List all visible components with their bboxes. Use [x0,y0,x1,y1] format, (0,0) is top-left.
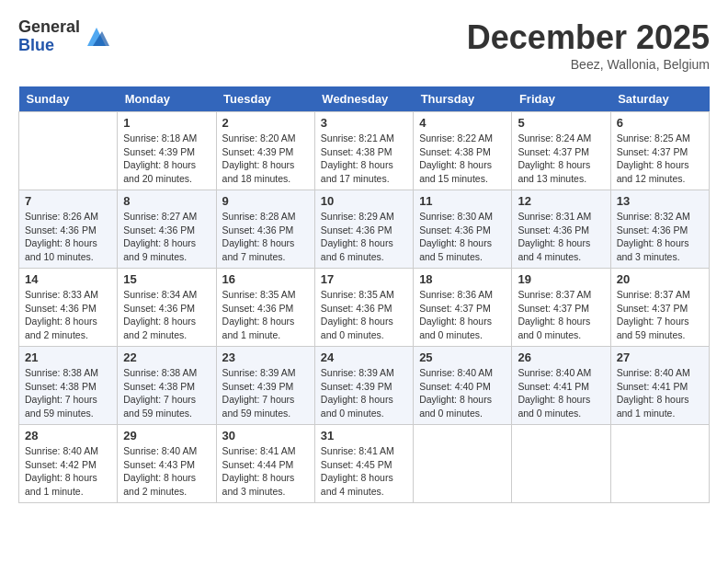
calendar-cell: 3Sunrise: 8:21 AMSunset: 4:38 PMDaylight… [314,112,413,190]
calendar-cell: 23Sunrise: 8:39 AMSunset: 4:39 PMDayligh… [216,347,314,425]
calendar-cell: 25Sunrise: 8:40 AMSunset: 4:40 PMDayligh… [414,347,512,425]
day-number: 12 [518,194,604,208]
day-info: Sunrise: 8:36 AMSunset: 4:37 PMDaylight:… [419,288,506,342]
calendar-cell: 2Sunrise: 8:20 AMSunset: 4:39 PMDaylight… [216,112,314,190]
day-number: 16 [222,272,309,286]
day-number: 26 [518,350,604,364]
day-info: Sunrise: 8:40 AMSunset: 4:41 PMDaylight:… [617,366,703,420]
day-number: 17 [321,272,407,286]
month-title: December 2025 [467,18,710,57]
calendar-cell: 13Sunrise: 8:32 AMSunset: 4:36 PMDayligh… [610,190,709,269]
calendar-week-row: 21Sunrise: 8:38 AMSunset: 4:38 PMDayligh… [19,347,710,425]
location-subtitle: Beez, Wallonia, Belgium [467,57,710,72]
calendar-day-header: Wednesday [314,86,413,112]
day-info: Sunrise: 8:37 AMSunset: 4:37 PMDaylight:… [518,288,604,342]
calendar-cell [19,112,118,190]
day-info: Sunrise: 8:40 AMSunset: 4:43 PMDaylight:… [123,444,210,499]
calendar-header-row: SundayMondayTuesdayWednesdayThursdayFrid… [19,86,710,112]
day-info: Sunrise: 8:25 AMSunset: 4:37 PMDaylight:… [617,132,703,186]
day-number: 24 [321,350,407,364]
calendar-cell: 16Sunrise: 8:35 AMSunset: 4:36 PMDayligh… [216,269,314,347]
day-info: Sunrise: 8:27 AMSunset: 4:36 PMDaylight:… [123,210,210,264]
logo-general: General [18,18,80,37]
calendar-table: SundayMondayTuesdayWednesdayThursdayFrid… [18,86,710,503]
logo-icon [84,24,109,50]
calendar-cell: 29Sunrise: 8:40 AMSunset: 4:43 PMDayligh… [118,425,216,503]
day-number: 29 [123,429,210,442]
logo-blue: Blue [18,37,80,55]
day-number: 20 [617,272,703,286]
day-info: Sunrise: 8:39 AMSunset: 4:39 PMDaylight:… [321,366,407,420]
day-number: 1 [123,116,210,130]
day-info: Sunrise: 8:39 AMSunset: 4:39 PMDaylight:… [222,366,309,420]
calendar-cell: 12Sunrise: 8:31 AMSunset: 4:36 PMDayligh… [512,190,610,269]
day-info: Sunrise: 8:38 AMSunset: 4:38 PMDaylight:… [25,366,111,420]
calendar-cell: 21Sunrise: 8:38 AMSunset: 4:38 PMDayligh… [19,347,118,425]
day-number: 21 [25,350,111,364]
day-number: 13 [617,194,703,208]
day-number: 6 [617,116,703,130]
calendar-cell: 24Sunrise: 8:39 AMSunset: 4:39 PMDayligh… [314,347,413,425]
page-header: General Blue December 2025 Beez, Walloni… [18,18,710,72]
calendar-cell: 7Sunrise: 8:26 AMSunset: 4:36 PMDaylight… [19,190,118,269]
day-number: 15 [123,272,210,286]
day-info: Sunrise: 8:40 AMSunset: 4:42 PMDaylight:… [25,444,111,499]
calendar-cell: 22Sunrise: 8:38 AMSunset: 4:38 PMDayligh… [118,347,216,425]
calendar-cell: 19Sunrise: 8:37 AMSunset: 4:37 PMDayligh… [512,269,610,347]
day-info: Sunrise: 8:31 AMSunset: 4:36 PMDaylight:… [518,210,604,264]
day-info: Sunrise: 8:20 AMSunset: 4:39 PMDaylight:… [222,132,309,186]
calendar-cell: 5Sunrise: 8:24 AMSunset: 4:37 PMDaylight… [512,112,610,190]
day-info: Sunrise: 8:18 AMSunset: 4:39 PMDaylight:… [123,132,210,186]
day-number: 4 [419,116,506,130]
day-number: 23 [222,350,309,364]
day-number: 7 [25,194,111,208]
calendar-cell: 26Sunrise: 8:40 AMSunset: 4:41 PMDayligh… [512,347,610,425]
calendar-cell: 30Sunrise: 8:41 AMSunset: 4:44 PMDayligh… [216,425,314,503]
day-info: Sunrise: 8:29 AMSunset: 4:36 PMDaylight:… [321,210,407,264]
calendar-day-header: Tuesday [216,86,314,112]
day-number: 2 [222,116,309,130]
calendar-cell: 20Sunrise: 8:37 AMSunset: 4:37 PMDayligh… [610,269,709,347]
calendar-week-row: 7Sunrise: 8:26 AMSunset: 4:36 PMDaylight… [19,190,710,269]
day-info: Sunrise: 8:22 AMSunset: 4:38 PMDaylight:… [419,132,506,186]
calendar-day-header: Saturday [610,86,709,112]
day-number: 10 [321,194,407,208]
day-info: Sunrise: 8:26 AMSunset: 4:36 PMDaylight:… [25,210,111,264]
day-info: Sunrise: 8:28 AMSunset: 4:36 PMDaylight:… [222,210,309,264]
calendar-cell: 4Sunrise: 8:22 AMSunset: 4:38 PMDaylight… [414,112,512,190]
day-number: 5 [518,116,604,130]
day-number: 25 [419,350,506,364]
day-info: Sunrise: 8:24 AMSunset: 4:37 PMDaylight:… [518,132,604,186]
calendar-cell: 28Sunrise: 8:40 AMSunset: 4:42 PMDayligh… [19,425,118,503]
day-info: Sunrise: 8:30 AMSunset: 4:36 PMDaylight:… [419,210,506,264]
calendar-week-row: 28Sunrise: 8:40 AMSunset: 4:42 PMDayligh… [19,425,710,503]
calendar-cell: 17Sunrise: 8:35 AMSunset: 4:36 PMDayligh… [314,269,413,347]
calendar-cell: 1Sunrise: 8:18 AMSunset: 4:39 PMDaylight… [118,112,216,190]
calendar-day-header: Friday [512,86,610,112]
day-info: Sunrise: 8:41 AMSunset: 4:44 PMDaylight:… [222,444,309,499]
calendar-cell: 27Sunrise: 8:40 AMSunset: 4:41 PMDayligh… [610,347,709,425]
calendar-day-header: Monday [118,86,216,112]
calendar-cell: 6Sunrise: 8:25 AMSunset: 4:37 PMDaylight… [610,112,709,190]
day-info: Sunrise: 8:21 AMSunset: 4:38 PMDaylight:… [321,132,407,186]
calendar-day-header: Thursday [414,86,512,112]
day-info: Sunrise: 8:35 AMSunset: 4:36 PMDaylight:… [222,288,309,342]
day-info: Sunrise: 8:34 AMSunset: 4:36 PMDaylight:… [123,288,210,342]
day-info: Sunrise: 8:37 AMSunset: 4:37 PMDaylight:… [617,288,703,342]
calendar-cell: 8Sunrise: 8:27 AMSunset: 4:36 PMDaylight… [118,190,216,269]
day-info: Sunrise: 8:38 AMSunset: 4:38 PMDaylight:… [123,366,210,420]
day-number: 30 [222,429,309,442]
day-info: Sunrise: 8:41 AMSunset: 4:45 PMDaylight:… [321,444,407,499]
calendar-cell [512,425,610,503]
calendar-cell [610,425,709,503]
calendar-cell: 31Sunrise: 8:41 AMSunset: 4:45 PMDayligh… [314,425,413,503]
calendar-week-row: 14Sunrise: 8:33 AMSunset: 4:36 PMDayligh… [19,269,710,347]
day-number: 18 [419,272,506,286]
day-number: 3 [321,116,407,130]
calendar-cell: 9Sunrise: 8:28 AMSunset: 4:36 PMDaylight… [216,190,314,269]
title-block: December 2025 Beez, Wallonia, Belgium [467,18,710,72]
logo: General Blue [18,18,109,55]
day-number: 11 [419,194,506,208]
day-info: Sunrise: 8:33 AMSunset: 4:36 PMDaylight:… [25,288,111,342]
day-number: 14 [25,272,111,286]
